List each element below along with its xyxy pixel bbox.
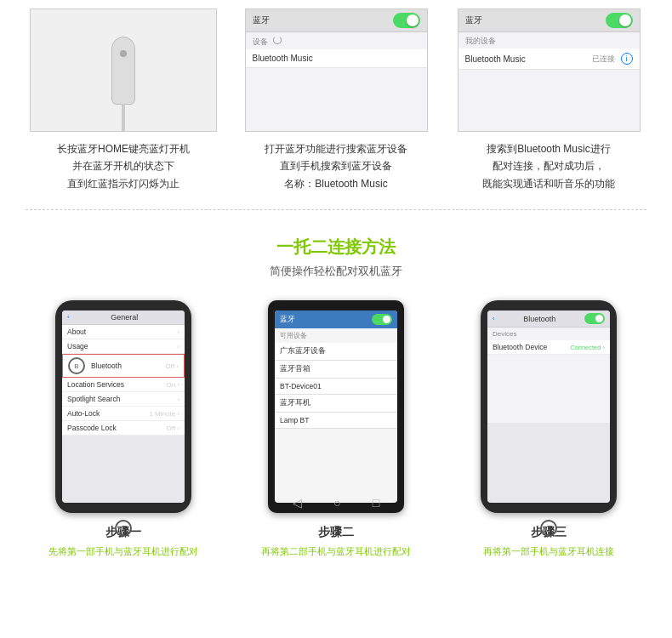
phone-search-desc: 打开蓝牙功能进行搜索蓝牙设备 直到手机搜索到蓝牙设备 名称：Bluetooth … — [265, 140, 407, 192]
bluetooth-toggle-search — [393, 13, 420, 28]
section-divider — [26, 209, 646, 210]
step2-section-label: 可用设备 — [275, 328, 397, 343]
step1-card: ‹ General About › Usage › B — [30, 300, 217, 559]
phone-connect-desc: 搜索到Bluetooth Music进行 配对连接，配对成功后， 既能实现通话和… — [482, 140, 615, 192]
step2-device-5: Lamp BT — [275, 413, 397, 429]
connected-device-row: Bluetooth Music 已连接 i — [458, 48, 640, 70]
step2-desc: 再将第二部手机与蓝牙耳机进行配对 — [261, 544, 411, 559]
step1-home-button[interactable] — [115, 520, 132, 537]
step3-bt-toggle — [584, 313, 605, 324]
step2-title: 步骤二 — [318, 525, 354, 540]
earbuds-desc: 长按蓝牙HOME键亮蓝灯开机 并在蓝牙开机的状态下 直到红蓝指示灯闪烁为止 — [57, 140, 190, 192]
top-section: 长按蓝牙HOME键亮蓝灯开机 并在蓝牙开机的状态下 直到红蓝指示灯闪烁为止 蓝牙… — [0, 0, 672, 192]
step3-card: ‹ Bluetooth Devices Bluetooth Device Con… — [455, 300, 642, 559]
step1-screen: ‹ General About › Usage › B — [62, 310, 185, 503]
step1-spotlight-row: Spotlight Search › — [62, 392, 185, 407]
bluetooth-circle-icon: B — [68, 357, 85, 374]
step2-device-3: BT-Device01 — [275, 379, 397, 395]
connected-badge: Connected › — [570, 344, 605, 351]
my-devices-label: 我的设备 — [458, 32, 640, 48]
info-icon[interactable]: i — [621, 53, 633, 65]
step1-usage-row: Usage › — [62, 339, 185, 354]
step3-phone-frame: ‹ Bluetooth Devices Bluetooth Device Con… — [481, 300, 617, 513]
step1-location-row: Location Services On › — [62, 378, 185, 392]
ios-header-connect: 蓝牙 — [458, 9, 640, 32]
step3-screen-header: ‹ Bluetooth — [487, 310, 610, 328]
step3-screen: ‹ Bluetooth Devices Bluetooth Device Con… — [487, 310, 610, 503]
step1-bluetooth-row: B Bluetooth Off › — [62, 354, 185, 378]
android-bt-toggle — [372, 314, 392, 325]
step1-about-row: About › — [62, 325, 185, 339]
middle-section: 一托二连接方法 简便操作轻松配对双机蓝牙 — [0, 227, 672, 283]
step1-passcode-row: Passcode Lock Off › — [62, 421, 185, 436]
step2-card: 蓝牙 可用设备 广东蓝牙设备 蓝牙音箱 BT-Device01 蓝牙耳机 Lam… — [242, 300, 430, 559]
step2-screen: 蓝牙 可用设备 广东蓝牙设备 蓝牙音箱 BT-Device01 蓝牙耳机 Lam… — [275, 310, 397, 503]
bottom-section: ‹ General About › Usage › B — [0, 283, 672, 572]
step2-device-2: 蓝牙音箱 — [275, 361, 397, 379]
step1-autolock-row: Auto-Lock 1 Minute › — [62, 407, 185, 421]
earbuds-image — [30, 9, 217, 132]
section-title: 一托二连接方法 — [0, 236, 672, 259]
step3-devices-label: Devices — [487, 328, 610, 340]
phone-connect-screen: 蓝牙 我的设备 Bluetooth Music 已连接 i — [458, 9, 641, 132]
phone-search-card: 蓝牙 设备 Bluetooth Music 打开蓝牙功能进行搜索蓝牙设备 直到手… — [238, 9, 434, 192]
earbuds-card: 长按蓝牙HOME键亮蓝灯开机 并在蓝牙开机的状态下 直到红蓝指示灯闪烁为止 — [26, 9, 221, 192]
step2-screen-header: 蓝牙 — [275, 310, 397, 328]
bluetooth-device-row: Bluetooth Music — [246, 49, 427, 68]
step1-desc: 先将第一部手机与蓝牙耳机进行配对 — [48, 544, 198, 559]
step1-phone-frame: ‹ General About › Usage › B — [55, 300, 191, 513]
bluetooth-toggle-connect — [606, 13, 633, 28]
step1-screen-header: ‹ General — [62, 310, 185, 325]
ios-header-search: 蓝牙 — [246, 9, 427, 32]
devices-label: 设备 — [246, 32, 427, 49]
phone-connect-card: 蓝牙 我的设备 Bluetooth Music 已连接 i 搜索到Bluetoo… — [451, 9, 646, 192]
step2-phone-frame: 蓝牙 可用设备 广东蓝牙设备 蓝牙音箱 BT-Device01 蓝牙耳机 Lam… — [268, 300, 404, 513]
step3-desc: 再将第一部手机与蓝牙耳机连接 — [483, 544, 614, 559]
phone-search-screen: 蓝牙 设备 Bluetooth Music — [245, 9, 428, 132]
step3-connected-device: Bluetooth Device Connected › — [487, 340, 610, 355]
section-subtitle: 简便操作轻松配对双机蓝牙 — [0, 264, 672, 279]
step2-device-4: 蓝牙耳机 — [275, 395, 397, 413]
step3-home-button[interactable] — [540, 520, 557, 537]
step2-device-1: 广东蓝牙设备 — [275, 343, 397, 361]
